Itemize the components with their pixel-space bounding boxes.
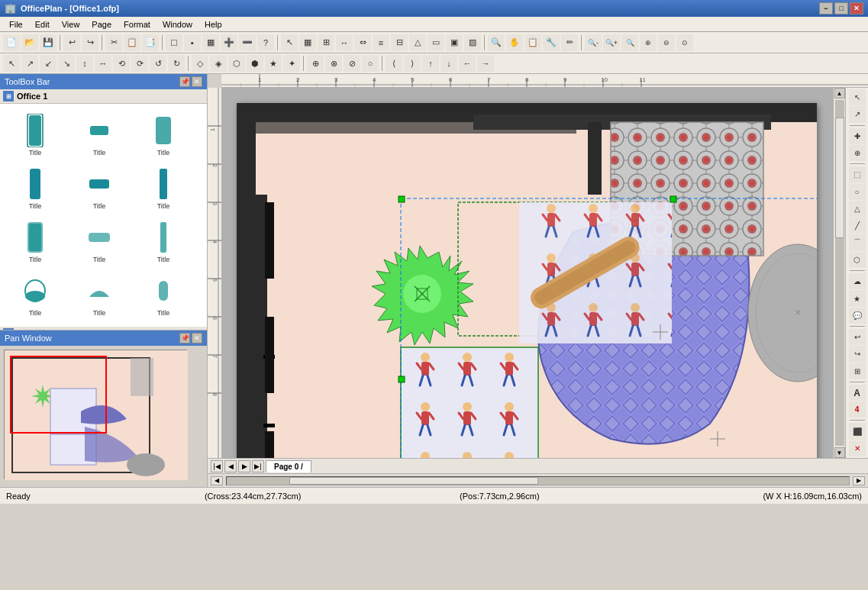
- tb-open[interactable]: 📂: [21, 34, 38, 51]
- tb-help[interactable]: ?: [257, 34, 274, 51]
- tb-minus[interactable]: ➖: [239, 34, 256, 51]
- tb-copy[interactable]: 📋: [124, 34, 140, 51]
- shape-item-9[interactable]: Title: [5, 270, 66, 321]
- shape-item-6[interactable]: Title: [5, 217, 66, 267]
- shape-item-4[interactable]: Title: [69, 163, 130, 214]
- shape-item-11[interactable]: Title: [133, 270, 194, 321]
- page-nav-prev[interactable]: ◀: [224, 460, 237, 472]
- tb-cut[interactable]: ✂: [105, 34, 122, 51]
- vscroll-down[interactable]: ▼: [834, 447, 845, 458]
- shape-item-5[interactable]: Title: [133, 163, 194, 214]
- menu-file[interactable]: File: [3, 17, 29, 31]
- tb2-26[interactable]: →: [477, 55, 494, 72]
- shape-item-8[interactable]: Title: [133, 217, 194, 267]
- tb2-21[interactable]: ⟨: [386, 55, 402, 72]
- toolbox-close[interactable]: ✕: [192, 76, 202, 87]
- tb-grid-rect[interactable]: ▦: [202, 34, 219, 51]
- tb2-17[interactable]: ⊕: [307, 55, 324, 72]
- tb-zoom2[interactable]: 🔍+: [603, 34, 620, 51]
- canvas-viewport[interactable]: ✕: [221, 88, 845, 458]
- page-tab-1[interactable]: Page 0 /: [266, 460, 311, 472]
- rt-select2[interactable]: ↗: [849, 106, 866, 122]
- vscroll-up[interactable]: ▲: [834, 88, 845, 98]
- vscroll-track[interactable]: [835, 100, 844, 446]
- menu-view[interactable]: View: [56, 17, 86, 31]
- shape-item-3[interactable]: Title: [5, 163, 66, 214]
- rt-group[interactable]: ⊞: [849, 363, 866, 379]
- tb2-25[interactable]: ←: [459, 55, 476, 72]
- tb-align[interactable]: ≡: [373, 34, 389, 51]
- tb-grid1[interactable]: ▦: [299, 34, 316, 51]
- rt-zoom[interactable]: ⊕: [849, 145, 866, 161]
- rt-poly[interactable]: ⬡: [849, 252, 866, 268]
- tb2-12[interactable]: ◈: [210, 55, 227, 72]
- rt-line[interactable]: ╱: [849, 218, 866, 234]
- minimize-button[interactable]: −: [819, 2, 833, 15]
- tb-save[interactable]: 💾: [40, 34, 56, 51]
- tb2-16[interactable]: ✦: [283, 55, 300, 72]
- close-button[interactable]: ✕: [850, 2, 863, 15]
- shape-item-0[interactable]: Title: [5, 110, 66, 160]
- maximize-button[interactable]: □: [834, 2, 848, 15]
- tb2-9[interactable]: ↺: [150, 55, 166, 72]
- tb-zoom5[interactable]: ⊖: [658, 34, 675, 51]
- tb-brect[interactable]: ▣: [446, 34, 463, 51]
- tb-props[interactable]: 📋: [524, 34, 541, 51]
- rt-rect[interactable]: ⬚: [849, 166, 866, 182]
- tb2-19[interactable]: ⊘: [344, 55, 360, 72]
- menu-format[interactable]: Format: [118, 17, 156, 31]
- group-office1[interactable]: ⊞ Office 1: [0, 89, 207, 104]
- rt-text[interactable]: A: [849, 385, 866, 401]
- tb2-3[interactable]: ↙: [40, 55, 56, 72]
- tb-subtract[interactable]: ⊟: [391, 34, 408, 51]
- rt-circle[interactable]: ○: [849, 184, 866, 200]
- tb2-5[interactable]: ↕: [76, 55, 93, 72]
- tb-connect[interactable]: ↔: [336, 34, 353, 51]
- menu-page[interactable]: Page: [86, 17, 118, 31]
- rt-close[interactable]: ✕: [849, 440, 866, 456]
- v-scrollbar[interactable]: ▲ ▼: [833, 88, 845, 458]
- tb2-23[interactable]: ↑: [422, 55, 439, 72]
- tb2-13[interactable]: ⬡: [228, 55, 245, 72]
- pan-content[interactable]: [0, 346, 207, 487]
- tb-zoom4[interactable]: ⊕: [640, 34, 657, 51]
- tb2-20[interactable]: ○: [362, 55, 379, 72]
- tb-grid2[interactable]: ⊞: [318, 34, 334, 51]
- tb-zoom3[interactable]: 🔍: [621, 34, 638, 51]
- page-nav-next[interactable]: ▶: [238, 460, 250, 472]
- tb2-4[interactable]: ↘: [58, 55, 75, 72]
- page-nav-first[interactable]: |◀: [211, 460, 223, 472]
- hscroll-left[interactable]: ◀: [211, 476, 223, 485]
- menu-window[interactable]: Window: [156, 17, 198, 31]
- tb-pattern[interactable]: ▨: [464, 34, 481, 51]
- tb-settings[interactable]: 🔧: [543, 34, 560, 51]
- tb-hrect[interactable]: ▭: [428, 34, 444, 51]
- tb-zoom1[interactable]: 🔍-: [585, 34, 602, 51]
- rt-fill[interactable]: ⬛: [849, 423, 866, 439]
- shape-item-10[interactable]: Title: [69, 270, 130, 321]
- tb2-7[interactable]: ⟲: [113, 55, 130, 72]
- pan-pin[interactable]: 📌: [179, 333, 190, 343]
- tb-undo[interactable]: ↩: [63, 34, 80, 51]
- tb-conn2[interactable]: ⇔: [354, 34, 371, 51]
- shape-item-2[interactable]: Title: [133, 110, 194, 160]
- shape-item-7[interactable]: Title: [69, 217, 130, 267]
- tb2-24[interactable]: ↓: [440, 55, 457, 72]
- tb2-6[interactable]: ↔: [95, 55, 111, 72]
- toolbox-pin[interactable]: 📌: [179, 76, 190, 87]
- tb2-2[interactable]: ↗: [21, 55, 38, 72]
- tb-select[interactable]: ↖: [281, 34, 298, 51]
- rt-triangle[interactable]: △: [849, 201, 866, 217]
- tb-zoom6[interactable]: ⊙: [676, 34, 693, 51]
- tb2-11[interactable]: ◇: [192, 55, 208, 72]
- tb2-8[interactable]: ⟳: [131, 55, 148, 72]
- page-nav-last[interactable]: ▶|: [252, 460, 264, 472]
- tb-new[interactable]: 📄: [3, 34, 20, 51]
- tb-paste[interactable]: 📑: [142, 34, 159, 51]
- tb2-10[interactable]: ↻: [168, 55, 185, 72]
- rt-num[interactable]: 4: [849, 401, 866, 418]
- tb-zoom-in[interactable]: 🔍: [488, 34, 505, 51]
- hscroll-right[interactable]: ▶: [853, 476, 865, 485]
- tb2-18[interactable]: ⊗: [325, 55, 342, 72]
- tb-pencil[interactable]: ✏: [561, 34, 578, 51]
